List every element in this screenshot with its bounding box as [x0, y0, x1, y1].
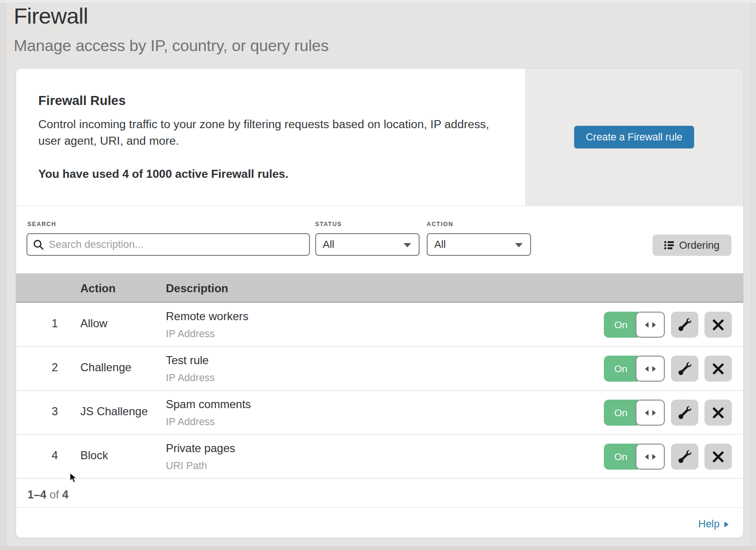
table-row: 3 JS Challenge Spam comments IP Address … [16, 391, 743, 435]
table-row: 1 Allow Remote workers IP Address On [16, 303, 743, 347]
rule-controls: On [604, 400, 732, 426]
edit-rule-button[interactable] [671, 356, 698, 382]
rule-enabled-toggle[interactable]: On [604, 444, 665, 470]
chevron-down-icon [404, 243, 411, 247]
delete-rule-button[interactable] [704, 356, 732, 382]
toggle-on-label: On [604, 444, 638, 470]
close-icon [713, 407, 724, 419]
help-link-label: Help [698, 518, 720, 530]
rule-priority: 1 [45, 317, 64, 330]
action-select-value: All [434, 238, 446, 251]
filter-bar: SEARCH STATUS All ACTION All [16, 206, 743, 273]
rule-controls: On [604, 312, 732, 338]
action-select[interactable]: All [427, 233, 531, 256]
pagination-summary: 1–4 of 4 [27, 488, 69, 501]
chevron-right-icon [724, 522, 729, 527]
create-rule-panel: Create a Firewall rule [525, 69, 743, 206]
status-label: STATUS [315, 221, 342, 227]
rule-controls: On [604, 444, 732, 470]
rule-action: Challenge [80, 361, 166, 374]
overview-section: Firewall Rules Control incoming traffic … [16, 69, 743, 206]
rule-enabled-toggle[interactable]: On [604, 400, 665, 426]
firewall-rules-card: Firewall Rules Control incoming traffic … [16, 69, 743, 538]
page-title: Firewall [14, 3, 88, 29]
ordering-button[interactable]: Ordering [653, 235, 731, 256]
toggle-on-label: On [604, 356, 638, 382]
create-firewall-rule-button[interactable]: Create a Firewall rule [574, 126, 694, 148]
toggle-knob[interactable] [636, 444, 665, 470]
status-select[interactable]: All [315, 233, 420, 256]
rule-action: Block [80, 449, 166, 462]
rule-action: Allow [80, 317, 166, 330]
wrench-icon [679, 362, 691, 375]
window-edge-top [0, 0, 756, 3]
table-row: 2 Challenge Test rule IP Address On [16, 347, 743, 391]
close-icon [713, 451, 724, 463]
rule-priority: 2 [45, 361, 64, 374]
close-icon [713, 319, 724, 331]
pagination-of: of [50, 488, 59, 501]
usage-summary: You have used 4 of 1000 active Firewall … [38, 167, 288, 181]
table-footer: 1–4 of 4 [16, 479, 743, 508]
window-edge-bottom [0, 546, 756, 550]
rule-action: JS Challenge [80, 405, 166, 418]
ordered-list-icon [664, 241, 674, 250]
search-icon [33, 239, 44, 250]
wrench-icon [679, 318, 691, 331]
status-select-value: All [323, 238, 334, 251]
column-description: Description [166, 282, 743, 295]
toggle-knob[interactable] [636, 312, 665, 338]
toggle-on-label: On [604, 312, 638, 338]
overview-description: Control incoming traffic to your zone by… [38, 116, 493, 149]
search-field[interactable] [26, 233, 310, 256]
drag-arrows-icon [645, 454, 656, 460]
toggle-on-label: On [604, 400, 638, 426]
edit-rule-button[interactable] [671, 444, 698, 470]
table-header: Action Description [16, 273, 743, 303]
chevron-down-icon [515, 243, 523, 247]
edit-rule-button[interactable] [671, 312, 698, 338]
rule-enabled-toggle[interactable]: On [604, 356, 665, 382]
toggle-knob[interactable] [636, 356, 665, 382]
pagination-total: 4 [62, 488, 68, 501]
drag-arrows-icon [645, 366, 656, 372]
wrench-icon [679, 406, 691, 419]
drag-arrows-icon [645, 410, 656, 416]
search-label: SEARCH [27, 221, 56, 227]
rules-table-body: 1 Allow Remote workers IP Address On [16, 303, 743, 479]
rule-priority: 4 [45, 449, 64, 462]
rule-priority: 3 [45, 405, 64, 418]
drag-arrows-icon [645, 322, 656, 328]
window-edge-left [0, 3, 6, 550]
delete-rule-button[interactable] [704, 312, 732, 338]
page-subtitle: Manage access by IP, country, or query r… [14, 36, 329, 55]
close-icon [713, 363, 724, 375]
action-label: ACTION [427, 221, 453, 227]
toggle-knob[interactable] [636, 400, 665, 426]
overview-intro: Firewall Rules Control incoming traffic … [16, 69, 525, 206]
wrench-icon [679, 450, 691, 463]
table-row: 4 Block Private pages URI Path On [16, 435, 743, 479]
delete-rule-button[interactable] [704, 400, 732, 426]
pagination-range: 1–4 [27, 488, 46, 501]
ordering-button-label: Ordering [679, 239, 720, 252]
overview-heading: Firewall Rules [38, 93, 126, 108]
column-action: Action [80, 282, 166, 295]
rule-enabled-toggle[interactable]: On [604, 312, 665, 338]
help-link[interactable]: Help [698, 518, 729, 530]
window-edge-right [751, 3, 756, 550]
search-input[interactable] [49, 238, 294, 251]
edit-rule-button[interactable] [671, 400, 698, 426]
delete-rule-button[interactable] [704, 444, 732, 470]
rule-controls: On [604, 356, 732, 382]
help-bar: Help [16, 508, 743, 538]
